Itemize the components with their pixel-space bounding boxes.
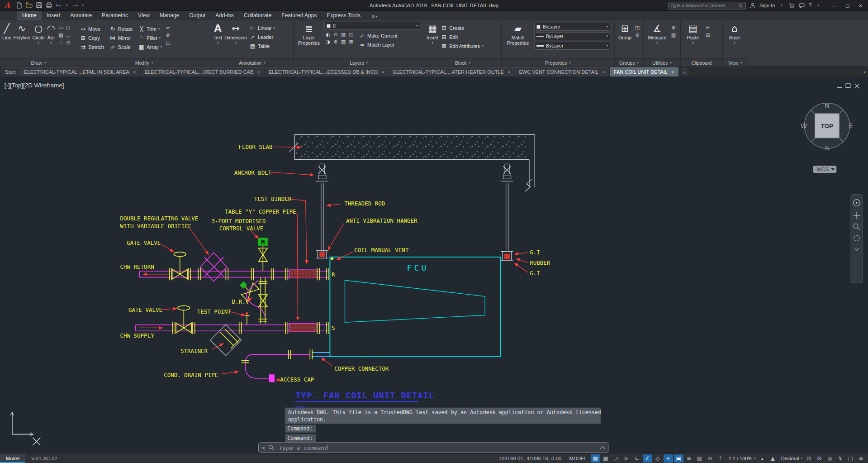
polyline-button[interactable]: ∿Polyline (14, 22, 30, 41)
drawing-canvas[interactable]: [-][Top][2D Wireframe] (0, 76, 868, 453)
file-tab-electrical-burried-cab[interactable]: ELECTRICAL-TYPICAL....IRECT BURRIED CAB✕ (141, 67, 264, 76)
layer-off-icon[interactable]: ◑ (324, 39, 332, 46)
edit-block-button[interactable]: ⊟Edit (441, 33, 483, 41)
lineweight-toggle[interactable]: ≡ (684, 454, 694, 463)
fillet-button[interactable]: ◝Fillet▾ (138, 33, 162, 42)
circle-button[interactable]: ○Circle▾ (33, 22, 45, 45)
table-button[interactable]: ▤Table (249, 42, 275, 50)
tab-close-icon[interactable]: ✕ (257, 70, 260, 74)
command-input-placeholder[interactable]: Type a command (279, 444, 328, 451)
arc-dropdown-icon[interactable]: ▾ (50, 41, 52, 45)
tab-close-icon[interactable]: ✕ (508, 70, 511, 74)
ortho-toggle[interactable]: ∟ (632, 454, 642, 463)
file-tab-electrical-soil-area[interactable]: ELECTRICAL-TYPICAL ...ETAIL IN SOIL AREA… (20, 67, 140, 76)
panel-block-footer[interactable]: Block▾ (424, 58, 501, 67)
layer-combo-dropdown-icon[interactable]: ▾ (416, 24, 418, 28)
object-snap-toggle[interactable]: ▣ (674, 454, 683, 463)
graphics-performance-toggle[interactable]: ↯ (835, 454, 845, 463)
annotation-autoscale-toggle[interactable]: ▲ (768, 454, 778, 463)
tab-collaborate[interactable]: Collaborate (239, 11, 276, 20)
lineweight-combo[interactable]: ByLayer▾ (534, 42, 610, 50)
tab-close-icon[interactable]: ✕ (133, 70, 136, 74)
ribbon-collapse-button[interactable]: ⊡ ▾ (369, 13, 380, 20)
plot-icon[interactable] (44, 1, 53, 10)
tab-parametric[interactable]: Parametric (97, 11, 133, 20)
redo-icon[interactable] (71, 1, 80, 10)
app-store-icon[interactable] (788, 3, 795, 8)
match-layer-button[interactable]: ≈Match Layer (359, 40, 398, 49)
annotation-scale-button[interactable]: 1:1 / 100% (726, 453, 756, 463)
close-button[interactable]: ✕ (854, 0, 867, 11)
panel-properties-footer[interactable]: Properties▾ (502, 58, 614, 67)
text-button[interactable]: AText▾ (213, 22, 222, 45)
tab-express-tools[interactable]: Express Tools (322, 11, 365, 20)
annotation-visibility-toggle[interactable]: ▴ (758, 454, 767, 463)
scale-button[interactable]: ⇗Scale (109, 43, 133, 51)
qat-customize-icon[interactable]: ▾ (81, 4, 86, 7)
panel-utilities-footer[interactable]: Utilities▾ (644, 58, 680, 67)
viewcube-south[interactable]: S (825, 144, 829, 152)
array-button[interactable]: ▦Array▾ (138, 43, 162, 51)
undo-icon[interactable] (54, 1, 63, 10)
ellipse-icon[interactable]: ○ (65, 24, 72, 32)
move-button[interactable]: ↔Move (80, 24, 104, 33)
tab-overflow-icon[interactable]: ▾ (863, 70, 865, 74)
isodraft-toggle[interactable]: ◇ (653, 454, 663, 463)
arc-button[interactable]: ◠Arc▾ (47, 22, 55, 45)
layer-on-icon[interactable]: ◐ (324, 32, 332, 39)
sign-in-dropdown-icon[interactable]: ▾ (779, 4, 784, 7)
tab-close-icon[interactable]: ✕ (381, 70, 384, 74)
edit-attributes-button[interactable]: ⊠Edit Attributes▾ (441, 42, 483, 50)
paste-button[interactable]: ▤Paste▾ (683, 22, 703, 45)
sign-in-button[interactable]: Sign In (759, 3, 775, 8)
scale-dropdown-icon[interactable]: ▾ (754, 457, 756, 460)
lock-ui-toggle[interactable]: ⊠ (815, 454, 824, 463)
open-file-icon[interactable] (24, 1, 33, 10)
rotate-button[interactable]: ↻Rotate (109, 24, 133, 33)
quick-properties-toggle[interactable]: ▤ (804, 454, 814, 463)
stretch-button[interactable]: ⇉Stretch (80, 43, 104, 51)
linear-button[interactable]: ⊢Linear▾ (249, 24, 275, 32)
dynamic-input-toggle[interactable]: ⊳ (622, 454, 631, 463)
transparency-toggle[interactable]: ▨ (695, 454, 704, 463)
tab-featured-apps[interactable]: Featured Apps (276, 11, 322, 20)
linetype-combo[interactable]: ByLayer▾ (534, 32, 610, 40)
rectangle-icon[interactable]: ▭ (57, 24, 65, 32)
panel-layers-footer[interactable]: Layers▾ (294, 58, 424, 67)
restore-button[interactable]: ▢ (841, 0, 854, 11)
viewport-restore-icon[interactable] (846, 84, 850, 88)
grid-toggle[interactable]: ▦ (591, 454, 600, 463)
offset-icon[interactable]: ◫ (164, 39, 171, 45)
circle-dropdown-icon[interactable]: ▾ (38, 41, 39, 45)
tab-view[interactable]: View (133, 11, 155, 20)
minimize-button[interactable]: — (828, 0, 841, 11)
snap-toggle[interactable]: ▩ (601, 454, 611, 463)
viewcube[interactable]: N W E S TOP WCS (801, 101, 853, 173)
make-current-button[interactable]: ✓Make Current (359, 31, 398, 40)
viewport-window-buttons[interactable] (837, 84, 859, 88)
layer-properties-button[interactable]: ≣Layer Properties (296, 22, 322, 46)
new-drawing-tab-button[interactable]: + (682, 68, 688, 75)
layer-lock-icon[interactable]: ▥ (340, 32, 347, 39)
erase-icon[interactable]: ▱ (164, 25, 171, 31)
create-block-button[interactable]: ⊡Create (441, 24, 483, 32)
infer-constraints-toggle[interactable]: ◿ (612, 454, 621, 463)
panel-modify-footer[interactable]: Modify▾ (77, 58, 211, 67)
help-icon[interactable]: ? (809, 2, 812, 9)
layer-select-combo[interactable]: 0▾ (324, 22, 420, 30)
file-tab-electrical-recessed-db[interactable]: ELECTRICAL-TYPICAL....ECESSED DB & INCO✕ (265, 67, 389, 76)
model-space-tab[interactable]: Model (0, 453, 25, 463)
tab-insert[interactable]: Insert (42, 11, 65, 20)
measure-button[interactable]: ∡Measure▾ (646, 22, 669, 45)
tab-add-ins[interactable]: Add-ins (210, 11, 239, 20)
donut-icon[interactable]: ⊙ (65, 40, 72, 48)
copy-clip-icon[interactable]: ⊞ (704, 32, 711, 38)
group-button[interactable]: ⊞Group (617, 22, 633, 41)
polar-tracking-toggle[interactable]: ∠ (643, 454, 652, 463)
hatch-icon[interactable]: ▧ (57, 32, 65, 40)
clean-screen-toggle[interactable]: ▢ (846, 454, 855, 463)
match-properties-button[interactable]: ▰Match Properties (504, 22, 532, 46)
viewcube-north[interactable]: N (825, 101, 830, 109)
layout-tab-v01ac02[interactable]: V-01-AC-02 (25, 453, 63, 463)
trim-button[interactable]: ╳Trim▾ (138, 24, 162, 33)
